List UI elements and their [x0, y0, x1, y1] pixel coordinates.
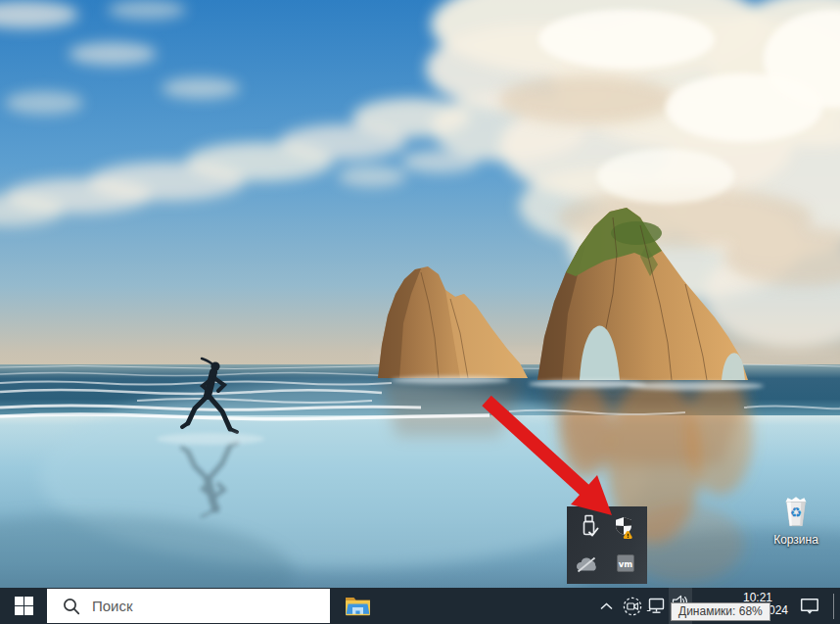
- wallpaper-beach-image: [0, 0, 840, 588]
- vmware-icon[interactable]: vm: [617, 554, 634, 576]
- search-input[interactable]: Поиск: [47, 589, 330, 623]
- action-center-icon: [800, 598, 819, 614]
- meet-now-button[interactable]: [620, 588, 644, 624]
- meet-now-icon: [623, 597, 642, 616]
- start-button[interactable]: [0, 588, 47, 624]
- onedrive-disconnected-icon[interactable]: [575, 556, 599, 577]
- tray-overflow-popup: vm: [567, 506, 647, 584]
- search-icon: [63, 598, 80, 615]
- svg-text:♻: ♻: [790, 504, 802, 520]
- recycle-bin-icon: ♻: [779, 494, 813, 531]
- windows-security-warning-icon[interactable]: [614, 516, 637, 543]
- show-hidden-icons-button[interactable]: [593, 588, 619, 624]
- network-icon: [646, 598, 667, 614]
- recycle-bin-label: Корзина: [773, 533, 818, 547]
- show-desktop-button[interactable]: [834, 588, 840, 624]
- file-explorer-button[interactable]: [334, 588, 381, 624]
- safely-remove-hardware-icon[interactable]: [578, 513, 599, 543]
- search-placeholder: Поиск: [92, 598, 133, 614]
- recycle-bin-desktop-icon[interactable]: ♻ Корзина: [766, 494, 826, 547]
- chevron-up-icon: [600, 602, 613, 610]
- volume-tooltip: Динамики: 68%: [671, 602, 770, 621]
- windows-desktop: ♻ Корзина: [0, 0, 840, 624]
- action-center-button[interactable]: [791, 588, 828, 624]
- svg-text:vm: vm: [619, 559, 633, 569]
- file-explorer-icon: [345, 595, 371, 617]
- clock-date-fragment: 024: [769, 603, 788, 617]
- windows-start-icon: [15, 597, 33, 615]
- network-button[interactable]: [644, 588, 669, 624]
- volume-tooltip-text: Динамики: 68%: [678, 604, 763, 618]
